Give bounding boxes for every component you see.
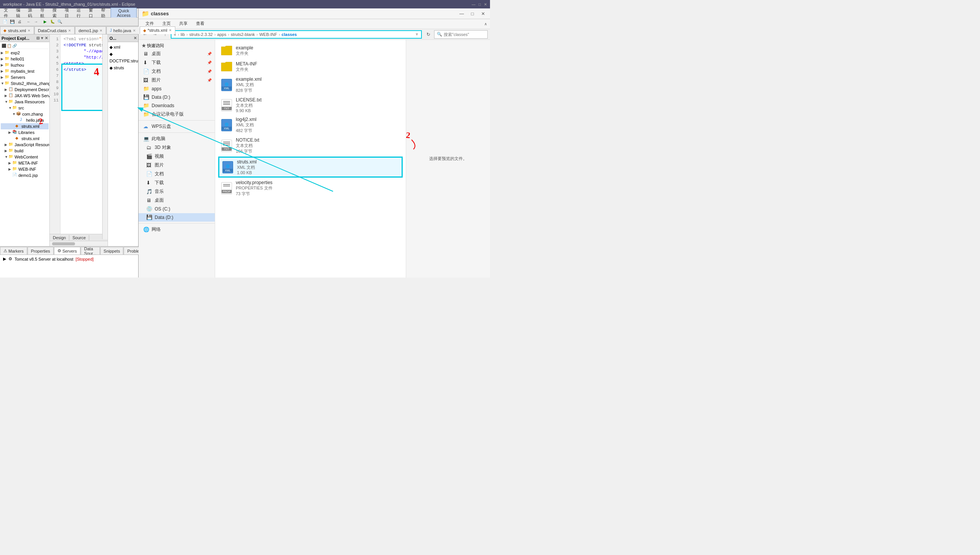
tree-metainf[interactable]: ▶ 📁 META-INF xyxy=(1,160,49,166)
nav-os-c[interactable]: 💿 OS (C:) xyxy=(139,205,215,213)
explorer-maximize[interactable]: □ xyxy=(469,10,476,18)
explorer-minimize[interactable]: — xyxy=(458,10,466,18)
explorer-close[interactable]: ✕ xyxy=(479,10,487,18)
horizontal-scrollbar[interactable] xyxy=(50,241,108,246)
toolbar-save-icon[interactable]: 💾 xyxy=(9,18,16,25)
addr-struts-blank[interactable]: struts2-blank xyxy=(231,32,255,37)
file-item-notice[interactable]: TXT NOTICE.txt 文本文档 166 字节 xyxy=(218,136,403,156)
nav-pictures[interactable]: 🖼 图片 📌 xyxy=(139,76,215,85)
nav-data-d2[interactable]: 💾 Data (D:) xyxy=(139,213,215,222)
tree-build[interactable]: ▶ 📁 build xyxy=(1,148,49,154)
file-item-log4j2[interactable]: 🌐 XML log4j2.xml XML 文档 482 字节 xyxy=(218,115,403,135)
tree-demo1jsp[interactable]: 📄 demo1.jsp xyxy=(1,172,49,178)
tab-datasource[interactable]: Data Sour... xyxy=(81,247,100,255)
close-icon-1[interactable]: ✕ xyxy=(28,29,31,33)
vertical-scrollbar[interactable] xyxy=(102,34,108,239)
ribbon-view[interactable]: 查看 xyxy=(192,20,208,28)
tree-liuzhou[interactable]: ▶ 📁 liuzhou xyxy=(1,62,49,68)
code-content[interactable]: <?xml version="1.0" encoding="UTF-8" ?> … xyxy=(60,34,108,234)
ribbon-chevron[interactable]: ∧ xyxy=(484,22,487,26)
nav-documents[interactable]: 📄 文档 📌 xyxy=(139,67,215,76)
file-item-struts-xml[interactable]: 🌐 XML struts.xml XML 文档 1.00 KB xyxy=(218,157,403,178)
nav-this-pc[interactable]: 💻 此电脑 xyxy=(139,134,215,143)
tree-webinf[interactable]: ▶ 📁 WEB-INF xyxy=(1,166,49,172)
addr-webinf[interactable]: WEB-INF xyxy=(259,32,277,37)
tree-javaresources[interactable]: ▼ 📁 Java Resources xyxy=(1,99,49,105)
close-icon-4[interactable]: ✕ xyxy=(133,29,136,33)
file-item-example-xml[interactable]: 🌐 XML example.xml XML 文档 828 字节 xyxy=(218,75,403,95)
expand-icon[interactable]: ▶ xyxy=(3,256,6,261)
addr-classes[interactable]: classes xyxy=(282,32,297,37)
tree-struts2[interactable]: ▼ 📁 Struts2_ithma_zhang... xyxy=(1,80,49,87)
tree-exp2[interactable]: ▶ 📁 exp2 xyxy=(1,50,49,56)
source-tab[interactable]: Source xyxy=(69,235,89,240)
code-area[interactable]: 12345 67891011 <?xml version="1.0" encod… xyxy=(50,34,108,234)
tab-demo1-jsp[interactable]: demo1.jsp ✕ xyxy=(75,26,106,34)
quick-access-button[interactable]: Quick Access xyxy=(111,8,137,18)
tree-icon-1[interactable]: ⬛ xyxy=(2,44,6,48)
toolbar-forward-icon[interactable]: → xyxy=(33,18,39,25)
toolbar-print-icon[interactable]: 🖨 xyxy=(16,18,23,25)
nav-pictures2[interactable]: 🖼 图片 xyxy=(139,161,215,170)
nav-downloads2[interactable]: 📁 Downloads xyxy=(139,101,215,110)
addr-apps[interactable]: apps xyxy=(217,32,226,37)
collapse-icon[interactable]: ⊟ xyxy=(36,36,39,40)
addr-struts[interactable]: struts-2.3.32 xyxy=(189,32,212,37)
tree-libraries[interactable]: ▶ 📚 Libraries xyxy=(1,129,49,135)
nav-docs2[interactable]: 📄 文档 xyxy=(139,170,215,178)
tree-comzhang[interactable]: ▼ 📦 com.zhang xyxy=(1,111,49,117)
nav-wps-cloud[interactable]: ☁ WPS云盘 xyxy=(139,122,215,131)
tree-src[interactable]: ▼ 📁 src xyxy=(1,105,49,111)
file-item-velocity[interactable]: PROP velocity.properties PROPERTIES 文件 7… xyxy=(218,178,403,198)
nav-dl2[interactable]: ⬇ 下载 xyxy=(139,178,215,187)
outline-xml[interactable]: ◆ xml xyxy=(109,44,137,51)
tree-jaxws[interactable]: ▶ 📋 JAX-WS Web Servic... xyxy=(1,93,49,99)
toolbar-run-icon[interactable]: ▶ xyxy=(42,18,49,25)
search-bar[interactable]: 🔍 xyxy=(434,30,488,39)
tab-markers[interactable]: ⚠ Markers xyxy=(0,247,27,255)
toolbar-debug-icon[interactable]: 🐛 xyxy=(49,18,56,25)
design-tab[interactable]: Design xyxy=(50,235,69,240)
tree-strutsxml-src[interactable]: ◆ struts.xml xyxy=(1,123,49,129)
nav-music[interactable]: 🎵 音乐 xyxy=(139,187,215,196)
file-item-example-folder[interactable]: example 文件夹 xyxy=(218,43,403,58)
menu-icon[interactable]: ▼ xyxy=(40,36,44,40)
outline-struts[interactable]: ◆ struts xyxy=(109,64,137,71)
tab-snippets[interactable]: Snippets xyxy=(100,247,124,255)
nav-apps[interactable]: 📁 apps xyxy=(139,85,215,93)
tab-datacrud[interactable]: DataCrud.class ✕ xyxy=(34,26,75,34)
nav-network[interactable]: 🌐 网络 xyxy=(139,225,215,234)
nav-desktop[interactable]: 🖥 桌面 📌 xyxy=(139,49,215,58)
tree-mybatis[interactable]: ▶ 📁 mybatis_test xyxy=(1,68,49,74)
file-item-meta-inf[interactable]: META-INF 文件夹 xyxy=(218,59,403,74)
address-bar[interactable]: « › lib › struts-2.3.32 › apps › struts2… xyxy=(171,30,422,39)
tree-deployment[interactable]: ▶ 📋 Deployment Descri... xyxy=(1,87,49,93)
nav-data-d[interactable]: 💾 Data (D:) xyxy=(139,93,215,101)
tree-hellojava[interactable]: J hello.java xyxy=(1,117,49,123)
tree-jsresource[interactable]: ▶ 📁 JavaScript Resource... xyxy=(1,142,49,148)
close-panel-icon[interactable]: ✕ xyxy=(45,36,48,40)
tree-strutsxml-lib[interactable]: ◆ struts.xml xyxy=(1,135,49,142)
close-button[interactable]: ✕ xyxy=(484,2,487,7)
tab-struts-xml-1[interactable]: ◆ struts.xml ✕ xyxy=(0,26,34,34)
toolbar-back-icon[interactable]: ← xyxy=(25,18,32,25)
refresh-button[interactable]: ↻ xyxy=(424,30,433,39)
ribbon-share[interactable]: 共享 xyxy=(175,20,191,28)
nav-meeting[interactable]: 📁 会议记录电子版 xyxy=(139,110,215,119)
code-editor[interactable]: 12345 67891011 <?xml version="1.0" encod… xyxy=(50,34,108,246)
close-icon-2[interactable]: ✕ xyxy=(68,29,71,33)
maximize-button[interactable]: □ xyxy=(479,2,481,7)
addr-lib[interactable]: lib xyxy=(181,32,185,37)
outline-doctype[interactable]: ◆ DOCTYPE:struts xyxy=(109,51,137,64)
file-item-license[interactable]: TXT LICENSE.txt 文本文档 9.90 KB xyxy=(218,96,403,114)
tab-properties[interactable]: Properties xyxy=(28,247,54,255)
tab-servers[interactable]: ⚙ Servers xyxy=(54,247,80,255)
tab-struts-xml-2[interactable]: ◆ *struts.xml ✕ xyxy=(140,26,175,34)
outline-close[interactable]: ✕ xyxy=(134,36,137,40)
addr-dropdown[interactable]: ▼ xyxy=(415,32,419,36)
tree-servers[interactable]: ▶ 📁 Servers xyxy=(1,74,49,80)
nav-video[interactable]: 🎬 视频 xyxy=(139,152,215,161)
toolbar-new-icon[interactable]: 📄 xyxy=(2,18,8,25)
nav-downloads[interactable]: ⬇ 下载 📌 xyxy=(139,58,215,67)
tab-hello-java[interactable]: J hello.java ✕ xyxy=(106,26,139,34)
